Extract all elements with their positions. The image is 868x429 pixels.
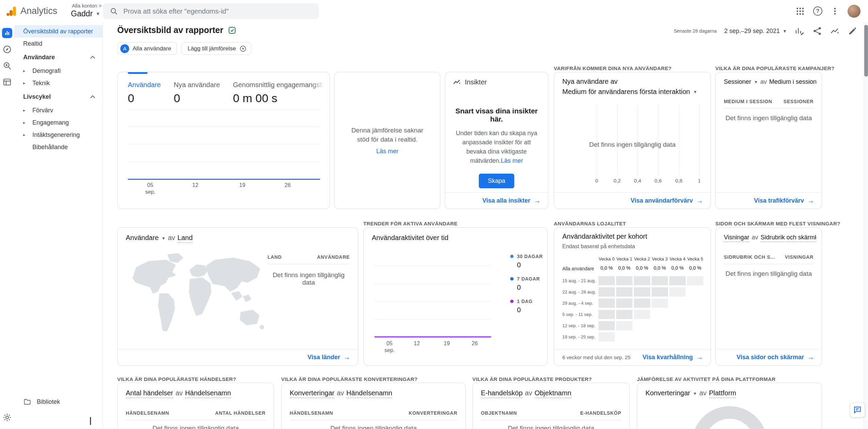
dimension-selector[interactable]: Objektnamn: [534, 389, 571, 398]
table-header: SIDRUBRIK OCH S... VISNINGAR: [724, 254, 813, 264]
insights-title: Snart visas dina insikter här.: [454, 107, 539, 123]
x-axis-tick: 26: [472, 340, 478, 347]
nav-explore[interactable]: [0, 41, 14, 58]
metric-selector[interactable]: Antal händelser: [126, 389, 173, 398]
learn-more-link[interactable]: Läs mer: [376, 148, 398, 155]
gear-icon: [2, 413, 12, 422]
view-traffic-acquisition-link[interactable]: Visa trafikförvärv →: [754, 197, 814, 205]
sidebar-item-overview[interactable]: Översiktsbild av rapporter: [14, 25, 103, 37]
admin-gear[interactable]: [0, 413, 14, 422]
metric-selector[interactable]: Konverteringar: [645, 389, 690, 397]
learn-more-link[interactable]: Läs mer: [501, 157, 523, 164]
empty-state-text: Det finns ingen tillgänglig data: [554, 141, 711, 148]
cohort-card: Användaraktivitet per kohort Endast base…: [554, 227, 711, 366]
view-countries-link[interactable]: Visa länder →: [307, 353, 350, 361]
selected-metric-tab-indicator: [128, 72, 148, 74]
all-users-chip[interactable]: A Alla användare: [117, 42, 177, 55]
search-input[interactable]: Prova att söka efter "egendoms-id": [103, 3, 319, 19]
column-header: SESSIONER: [783, 99, 813, 104]
metric-selector[interactable]: Sessioner: [724, 78, 751, 85]
collapse-sidebar-button[interactable]: [90, 417, 91, 424]
dimension-selector[interactable]: Sidrubrik och skärmklass: [761, 234, 816, 242]
group-header-active-users: TRENDER FÖR AKTIVA ANVÄNDARE: [363, 221, 458, 226]
metric-selector[interactable]: Konverteringar: [290, 389, 334, 398]
card-footer: Visa alla insikter →: [445, 192, 548, 209]
sidebar-item-monetization[interactable]: ▸ Intäktsgenerering: [14, 129, 103, 141]
arrow-right-icon: →: [696, 197, 703, 205]
view-all-insights-link[interactable]: Visa alla insikter →: [482, 197, 540, 205]
sidebar-item-retention[interactable]: ▸ Bibehållande: [14, 141, 103, 153]
insights-icon[interactable]: [830, 26, 840, 36]
expand-triangle-icon[interactable]: ▸: [23, 81, 28, 85]
report-quality-icon[interactable]: [228, 26, 236, 34]
feedback-button[interactable]: [850, 402, 865, 417]
metric-users-tab[interactable]: Användare 0: [128, 81, 161, 105]
metric-selector[interactable]: Användare: [126, 234, 159, 242]
group-header-platforms: JÄMFÖRELSE AV AKTIVITET PÅ DINA PLATTFOR…: [637, 376, 776, 382]
page-scrollbar: [864, 22, 868, 429]
view-pages-link[interactable]: Visa sidor och skärmar →: [736, 353, 814, 361]
comparison-chips: A Alla användare Lägg till jämförelse: [117, 42, 251, 55]
dimension-selector[interactable]: Händelsenamn: [185, 389, 231, 398]
create-insight-button[interactable]: Skapa: [479, 174, 514, 188]
analytics-logo-icon[interactable]: [5, 5, 18, 17]
expand-triangle-icon[interactable]: ▸: [23, 132, 28, 137]
expand-triangle-icon[interactable]: ▸: [23, 108, 28, 113]
metric-selector[interactable]: E-handelsköp: [481, 389, 522, 398]
dimension-selector[interactable]: Plattform: [709, 389, 736, 398]
dimension-selector[interactable]: Medium i session: [769, 78, 816, 85]
share-icon[interactable]: [812, 26, 822, 36]
sidebar-section-user[interactable]: Användare: [14, 50, 103, 65]
sidebar-item-demographics[interactable]: ▸ Demografi: [14, 65, 103, 77]
nav-reports[interactable]: [0, 25, 14, 41]
sidebar-section-lifecycle[interactable]: Livscykel: [14, 89, 103, 104]
folder-icon: [23, 398, 31, 406]
cohort-row-label: 29 aug. - 4 sep.: [562, 301, 593, 306]
view-user-acquisition-link[interactable]: Visa användarförvärv →: [630, 197, 703, 205]
active-users-line-chart: 05 sep. 12 19 26: [375, 262, 491, 345]
brand-name: Analytics: [20, 6, 57, 16]
avatar[interactable]: [848, 5, 861, 18]
sidebar-item-engagement[interactable]: ▸ Engagemang: [14, 116, 103, 129]
add-comparison-chip[interactable]: Lägg till jämförelse: [182, 42, 251, 55]
apps-grid-icon[interactable]: [795, 6, 805, 16]
cohort-cell: [669, 287, 686, 297]
dimension-selector[interactable]: Händelsenamn: [346, 389, 392, 398]
card-footer: Visa trafikförvärv →: [716, 192, 822, 209]
edit-icon[interactable]: [848, 26, 858, 36]
cohort-cells: [598, 287, 703, 297]
nav-configure[interactable]: [0, 74, 14, 90]
card-footer: Visa sidor och skärmar →: [716, 349, 822, 365]
card-footer: Visa länder →: [118, 349, 358, 365]
topbar-actions: ?: [795, 0, 861, 22]
card-title: Visningar av Sidrubrik och skärmklass: [724, 234, 816, 242]
nav-advertising[interactable]: [0, 58, 14, 74]
series-dot: [510, 277, 514, 281]
sidebar-item-acquisition[interactable]: ▸ Förvärv: [14, 104, 103, 116]
sidebar-item-tech[interactable]: ▸ Teknik: [14, 77, 103, 89]
legend-item-7d: 7 DAGAR 0: [510, 276, 543, 291]
sidebar-item-library[interactable]: Bibliotek: [14, 395, 103, 408]
date-preset-label: Senaste 28 dagarna: [674, 28, 717, 34]
expand-triangle-icon[interactable]: ▸: [23, 120, 28, 125]
cohort-cell: [598, 310, 615, 319]
card-title: Sessioner▼ av Medium i session▼: [724, 78, 816, 85]
help-icon[interactable]: ?: [813, 6, 822, 16]
table-header: MEDIUM I SESSION SESSIONER: [724, 99, 813, 109]
arrow-right-icon: →: [807, 197, 814, 205]
scrollbar-thumb[interactable]: [864, 25, 868, 77]
expand-triangle-icon[interactable]: ▸: [23, 68, 28, 73]
cohort-row: 12 sep. - 18 sep.: [562, 320, 703, 332]
overview-metrics-card: Användare 0 Nya användare 0 Genomsnittli…: [117, 72, 330, 209]
sidebar-item-realtime[interactable]: Realtid: [14, 37, 103, 50]
metric-new-users-tab[interactable]: Nya användare 0: [174, 81, 220, 105]
dimension-selector[interactable]: Medium för användarens första interaktio…: [562, 88, 697, 96]
x-axis-tick: 05 sep.: [142, 182, 158, 195]
magnifier-sparkle-icon: [2, 61, 12, 70]
metric-selector[interactable]: Visningar: [724, 234, 749, 242]
kebab-menu-icon[interactable]: [831, 7, 839, 16]
view-retention-link[interactable]: Visa kvarhållning →: [642, 353, 703, 361]
date-range-selector[interactable]: 2 sep.–29 sep. 2021 ▼: [724, 28, 787, 35]
dimension-selector[interactable]: Land: [178, 234, 193, 243]
customize-report-icon[interactable]: [794, 26, 805, 36]
